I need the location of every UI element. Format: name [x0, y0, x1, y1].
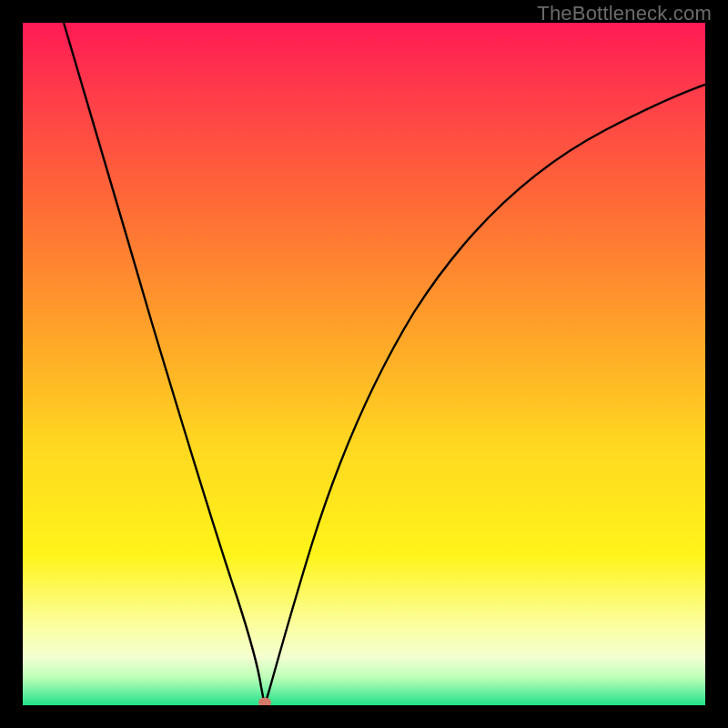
chart-frame: TheBottleneck.com — [0, 0, 728, 728]
bottleneck-curve — [64, 23, 705, 704]
plot-area — [23, 23, 705, 705]
watermark-text: TheBottleneck.com — [537, 2, 712, 25]
curve-svg — [23, 23, 705, 705]
minimum-marker — [258, 698, 271, 706]
